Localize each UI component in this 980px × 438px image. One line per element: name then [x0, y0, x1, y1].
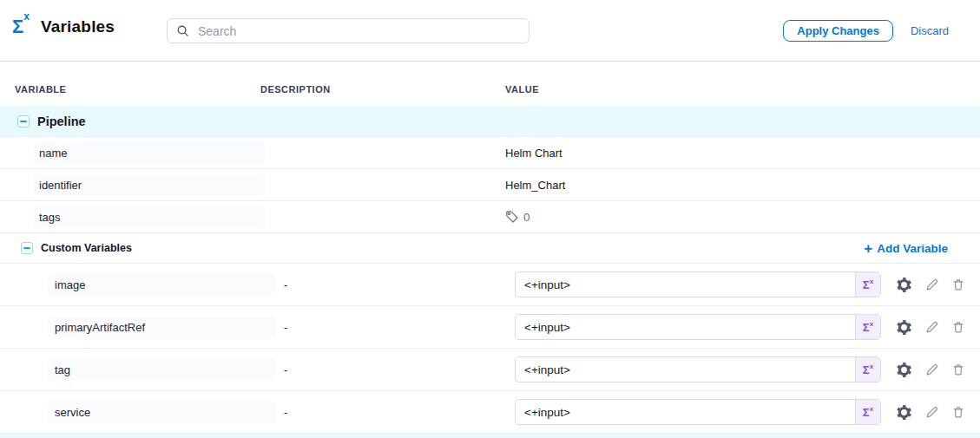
variable-image-label: image [48, 274, 276, 296]
table-row-primaryartifactref: primaryArtifactRef - Σx [0, 306, 980, 349]
table-row-name: name Helm Chart [0, 137, 980, 169]
settings-gear-icon[interactable] [895, 403, 912, 421]
column-header-description: DESCRIPTION [260, 84, 505, 95]
table-row-service: service - Σx [0, 391, 980, 434]
description-value: - [284, 321, 287, 334]
section-label: Pipeline [37, 114, 86, 128]
expression-sigma-badge[interactable]: Σx [855, 315, 880, 339]
variable-service-label: service [48, 402, 276, 423]
variable-name-label: name [34, 142, 265, 164]
description-value: - [284, 406, 287, 419]
variable-tags-label: tags [34, 206, 265, 228]
section-row-pipeline[interactable]: Pipeline [0, 106, 980, 137]
value-input[interactable]: Σx [515, 399, 881, 425]
search-input[interactable] [196, 23, 520, 39]
search-icon [176, 24, 189, 37]
plus-icon: + [864, 241, 872, 256]
variables-sigma-icon: Σx [12, 17, 30, 36]
value-input-field[interactable] [516, 272, 855, 297]
header-actions: Apply Changes Discard [783, 20, 949, 42]
collapse-minus-icon[interactable] [17, 115, 30, 127]
table-header: VARIABLE DESCRIPTION VALUE [0, 62, 980, 106]
variable-primaryartifactref-label: primaryArtifactRef [48, 317, 276, 338]
variable-identifier-label: identifier [34, 174, 265, 196]
edit-pencil-icon[interactable] [923, 403, 940, 421]
settings-gear-icon[interactable] [895, 361, 912, 378]
page-title-group: Σx Variables [12, 17, 115, 36]
apply-changes-button[interactable]: Apply Changes [783, 20, 893, 42]
tags-count: 0 [505, 210, 530, 224]
page-title: Variables [41, 17, 115, 36]
table-row-tag: tag - Σx [0, 349, 980, 391]
column-header-variable: VARIABLE [0, 84, 260, 95]
settings-gear-icon[interactable] [895, 276, 912, 293]
discard-button[interactable]: Discard [911, 24, 949, 37]
edit-pencil-icon[interactable] [923, 361, 940, 378]
delete-trash-icon[interactable] [950, 318, 967, 336]
delete-trash-icon[interactable] [950, 276, 967, 293]
next-section-peek [0, 434, 980, 438]
description-value: - [284, 278, 287, 291]
delete-trash-icon[interactable] [950, 361, 967, 378]
value-input-field[interactable] [516, 400, 855, 424]
add-variable-label: Add Variable [877, 242, 948, 255]
section-label: Custom Variables [41, 242, 132, 254]
value-input[interactable]: Σx [515, 314, 881, 340]
expression-sigma-badge[interactable]: Σx [855, 272, 880, 297]
tag-icon [505, 210, 519, 224]
tags-count-value: 0 [523, 211, 530, 224]
table-row-image: image - Σx [0, 264, 980, 306]
table-row-tags: tags 0 [0, 201, 980, 233]
value-input-field[interactable] [516, 357, 855, 382]
expression-sigma-badge[interactable]: Σx [855, 357, 880, 382]
expression-sigma-badge[interactable]: Σx [855, 400, 880, 424]
edit-pencil-icon[interactable] [923, 276, 940, 293]
delete-trash-icon[interactable] [950, 403, 967, 421]
variable-name-value: Helm Chart [505, 147, 562, 160]
description-value: - [284, 363, 287, 376]
variable-tag-label: tag [48, 359, 276, 381]
collapse-minus-icon[interactable] [21, 242, 33, 254]
search-box[interactable] [167, 18, 529, 43]
value-input-field[interactable] [516, 315, 855, 339]
settings-gear-icon[interactable] [895, 318, 912, 336]
table-row-identifier: identifier Helm_Chart [0, 169, 980, 201]
header: Σx Variables Apply Changes Discard [0, 0, 980, 61]
edit-pencil-icon[interactable] [923, 318, 940, 336]
add-variable-button[interactable]: + Add Variable [864, 241, 948, 256]
section-row-custom-variables[interactable]: Custom Variables + Add Variable [0, 233, 980, 264]
column-header-value: VALUE [505, 84, 980, 95]
value-input[interactable]: Σx [515, 271, 881, 297]
value-input[interactable]: Σx [515, 356, 881, 382]
variable-identifier-value: Helm_Chart [505, 179, 565, 192]
